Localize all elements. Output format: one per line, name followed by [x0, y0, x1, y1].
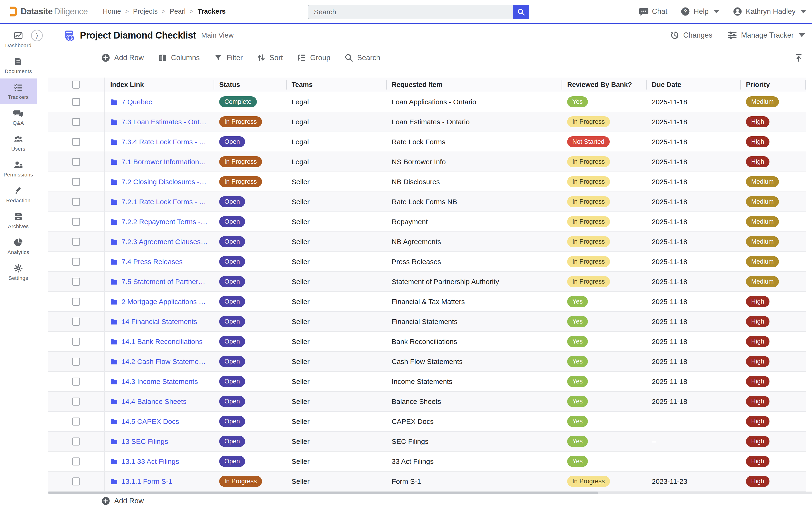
index-link[interactable]: 14.4 Balance Sheets: [110, 397, 186, 406]
reviewed-badge[interactable]: In Progress: [567, 236, 610, 247]
status-badge[interactable]: Open: [219, 196, 245, 208]
breadcrumb-projects[interactable]: Projects: [133, 7, 158, 15]
index-link[interactable]: 14.3 Income Statements: [110, 378, 198, 386]
index-link[interactable]: 14.1 Bank Reconciliations: [110, 338, 203, 346]
index-link[interactable]: 7.2 Closing Disclosures - …: [110, 178, 208, 186]
priority-badge[interactable]: High: [746, 156, 769, 168]
reviewed-badge[interactable]: Yes: [567, 336, 588, 347]
row-checkbox[interactable]: [72, 118, 80, 126]
select-all-checkbox[interactable]: [72, 81, 80, 89]
row-checkbox[interactable]: [72, 357, 80, 366]
status-badge[interactable]: Open: [219, 336, 245, 347]
priority-badge[interactable]: High: [746, 356, 769, 367]
table-row[interactable]: 14.3 Income Statements Open Seller Incom…: [48, 372, 806, 392]
column-header-reviewed-by-bank[interactable]: Reviewed By Bank?: [561, 78, 646, 92]
priority-badge[interactable]: High: [746, 136, 769, 147]
breadcrumb-home[interactable]: Home: [103, 7, 121, 15]
status-badge[interactable]: Complete: [219, 96, 257, 108]
status-badge[interactable]: Open: [219, 436, 245, 447]
status-badge[interactable]: Open: [219, 316, 245, 327]
sidebar-item-dashboard[interactable]: Dashboard: [0, 27, 37, 53]
sidebar-item-redaction[interactable]: Redaction: [0, 182, 37, 208]
priority-badge[interactable]: High: [746, 316, 769, 327]
priority-badge[interactable]: High: [746, 376, 769, 387]
status-badge[interactable]: In Progress: [219, 476, 262, 487]
horizontal-scrollbar[interactable]: [48, 492, 812, 494]
manage-tracker-button[interactable]: Manage Tracker: [727, 30, 805, 40]
priority-badge[interactable]: High: [746, 116, 769, 128]
reviewed-badge[interactable]: Not Started: [567, 136, 610, 147]
sidebar-item-analytics[interactable]: Analytics: [0, 234, 37, 259]
index-link[interactable]: 13 SEC Filings: [110, 437, 168, 446]
reviewed-badge[interactable]: In Progress: [567, 476, 610, 487]
priority-badge[interactable]: High: [746, 416, 769, 427]
chat-button[interactable]: Chat: [639, 7, 667, 16]
priority-badge[interactable]: High: [746, 396, 769, 407]
reviewed-badge[interactable]: In Progress: [567, 176, 610, 187]
row-checkbox[interactable]: [72, 298, 80, 306]
row-checkbox[interactable]: [72, 218, 80, 226]
status-badge[interactable]: In Progress: [219, 156, 262, 168]
user-menu[interactable]: Kathryn Hadley: [733, 7, 806, 16]
priority-badge[interactable]: High: [746, 296, 769, 307]
reviewed-badge[interactable]: Yes: [567, 96, 588, 108]
reviewed-badge[interactable]: In Progress: [567, 196, 610, 208]
status-badge[interactable]: Open: [219, 256, 245, 267]
status-badge[interactable]: Open: [219, 236, 245, 247]
index-link[interactable]: 13.1 33 Act Filings: [110, 458, 179, 465]
table-row[interactable]: 13.1.1 Form S-1 In Progress Seller Form …: [48, 472, 806, 492]
reviewed-badge[interactable]: Yes: [567, 416, 588, 427]
reviewed-badge[interactable]: Yes: [567, 376, 588, 387]
table-row[interactable]: 14.5 CAPEX Docs Open Seller CAPEX Docs Y…: [48, 412, 806, 432]
status-badge[interactable]: Open: [219, 136, 245, 147]
status-badge[interactable]: Open: [219, 376, 245, 387]
priority-badge[interactable]: Medium: [746, 96, 779, 108]
reviewed-badge[interactable]: Yes: [567, 436, 588, 447]
table-row[interactable]: 7.2.2 Repayment Terms - … Open Seller Re…: [48, 212, 806, 232]
sidebar-item-archives[interactable]: Archives: [0, 208, 37, 234]
columns-button[interactable]: Columns: [158, 53, 200, 62]
table-row[interactable]: 7.3.4 Rate Lock Forms - Q… Open Legal Ra…: [48, 132, 806, 152]
priority-badge[interactable]: High: [746, 436, 769, 447]
row-checkbox[interactable]: [72, 198, 80, 206]
changes-button[interactable]: Changes: [670, 31, 712, 40]
status-badge[interactable]: Open: [219, 356, 245, 367]
sidebar-item-trackers[interactable]: Trackers: [0, 79, 37, 104]
index-link[interactable]: 7.1 Borrower Information -…: [110, 158, 208, 166]
status-badge[interactable]: Open: [219, 456, 245, 467]
priority-badge[interactable]: Medium: [746, 276, 779, 287]
sidebar-item-documents[interactable]: Documents: [0, 53, 37, 79]
index-link[interactable]: 7.5 Statement of Partners…: [110, 278, 208, 286]
status-badge[interactable]: Open: [219, 296, 245, 307]
table-search-button[interactable]: Search: [344, 53, 380, 62]
priority-badge[interactable]: Medium: [746, 256, 779, 267]
row-checkbox[interactable]: [72, 458, 80, 465]
reviewed-badge[interactable]: Yes: [567, 356, 588, 367]
index-link[interactable]: 2 Mortgage Applications - …: [110, 298, 208, 306]
index-link[interactable]: 14 Financial Statements: [110, 318, 197, 326]
priority-badge[interactable]: Medium: [746, 236, 779, 247]
row-checkbox[interactable]: [72, 138, 80, 146]
table-row[interactable]: 13.1 33 Act Filings Open Seller 33 Act F…: [48, 452, 806, 472]
row-checkbox[interactable]: [72, 477, 80, 485]
table-row[interactable]: 14.4 Balance Sheets Open Seller Balance …: [48, 392, 806, 412]
row-checkbox[interactable]: [72, 437, 80, 446]
sidebar-item-permissions[interactable]: Permissions: [0, 156, 37, 182]
index-link[interactable]: 7 Quebec: [110, 98, 152, 106]
table-row[interactable]: 7.5 Statement of Partners… Open Seller S…: [48, 272, 806, 292]
table-row[interactable]: 14.2 Cash Flow Statements Open Seller Ca…: [48, 352, 806, 372]
reviewed-badge[interactable]: In Progress: [567, 256, 610, 267]
reviewed-badge[interactable]: Yes: [567, 316, 588, 327]
index-link[interactable]: 13.1.1 Form S-1: [110, 477, 172, 485]
row-checkbox[interactable]: [72, 258, 80, 266]
add-row-footer-button[interactable]: Add Row: [101, 496, 144, 506]
index-link[interactable]: 7.2.1 Rate Lock Forms - N…: [110, 198, 208, 206]
reviewed-badge[interactable]: In Progress: [567, 116, 610, 128]
status-badge[interactable]: Open: [219, 396, 245, 407]
reviewed-badge[interactable]: In Progress: [567, 156, 610, 168]
reviewed-badge[interactable]: Yes: [567, 396, 588, 407]
row-checkbox[interactable]: [72, 98, 80, 106]
status-badge[interactable]: Open: [219, 216, 245, 227]
index-link[interactable]: 7.3 Loan Estimates - Ontar…: [110, 118, 208, 126]
row-checkbox[interactable]: [72, 158, 80, 166]
